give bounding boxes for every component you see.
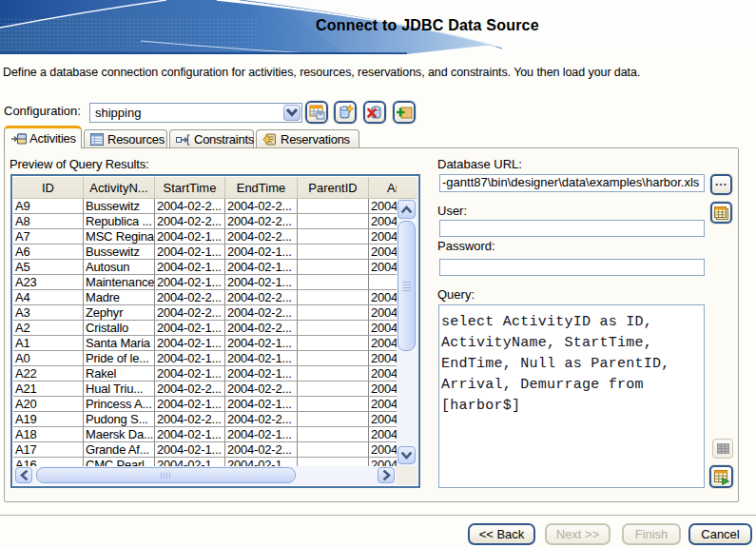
password-input[interactable] — [439, 259, 705, 276]
table-cell: 2004-02-... — [369, 351, 397, 366]
user-input[interactable] — [439, 220, 705, 237]
browse-button[interactable]: ... — [710, 174, 732, 195]
back-button[interactable]: << Back — [468, 523, 535, 545]
table-cell: 2004-02-2... — [225, 199, 298, 214]
vertical-scrollbar-thumb[interactable] — [397, 221, 416, 351]
user-label: User: — [437, 204, 467, 218]
table-row[interactable]: A0Pride of le...2004-02-1...2004-02-1...… — [13, 351, 397, 366]
new-configuration-button[interactable] — [334, 101, 357, 124]
table-cell: Bussewitz — [84, 199, 155, 214]
table-cell — [298, 290, 369, 305]
connect-table-button[interactable] — [710, 202, 732, 224]
table-cell: 2004-02-1... — [225, 397, 298, 412]
table-row[interactable]: A23Maintenance2004-02-1...2004-02-1... — [13, 275, 397, 290]
table-row[interactable]: A19Pudong S...2004-02-2...2004-02-2...20… — [13, 412, 397, 427]
table-cell: Maintenance — [84, 275, 155, 290]
table-cell — [298, 260, 369, 275]
table-cell: 2004-02-... — [369, 382, 397, 397]
table-row[interactable]: A3Zephyr2004-02-2...2004-02-2...2004-02-… — [13, 305, 397, 321]
scroll-up-button[interactable] — [397, 200, 416, 219]
chevron-left-icon — [19, 469, 29, 481]
table-cell — [298, 458, 369, 466]
tab-constraints[interactable]: Constraints — [169, 129, 254, 148]
table-cell: A7 — [13, 229, 84, 245]
tab-resources[interactable]: Resources — [84, 129, 167, 148]
table-row[interactable]: A1Santa Maria2004-02-1...2004-02-1...200… — [13, 336, 397, 351]
table-row[interactable]: A4Madre2004-02-2...2004-02-2...2004-02-.… — [13, 290, 397, 305]
run-query-button[interactable] — [709, 465, 733, 488]
constraint-link-icon — [176, 134, 190, 146]
tab-reservations[interactable]: Reservations — [256, 129, 359, 148]
table-cell: 2004-02-1... — [225, 336, 298, 351]
tab-constraints-label: Constraints — [194, 132, 254, 147]
add-configuration-button[interactable] — [393, 101, 416, 124]
preview-results-label: Preview of Query Results: — [10, 157, 149, 171]
save-table-config-button[interactable] — [305, 101, 328, 124]
table-cell — [369, 275, 397, 290]
table-cell: Pudong S... — [84, 412, 155, 427]
table-row[interactable]: A17Grande Af...2004-02-1...2004-02-2...2… — [13, 442, 397, 458]
table-cell — [298, 321, 369, 336]
query-textarea[interactable]: select ActivityID as ID, ActivityName, S… — [438, 304, 705, 488]
table-cell — [298, 199, 369, 214]
column-header-parentid[interactable]: ParentID — [298, 177, 369, 198]
vertical-scrollbar[interactable] — [397, 199, 417, 466]
table-row[interactable]: A8Republica ...2004-02-2...2004-02-2...2… — [13, 214, 397, 229]
table-row[interactable]: A22Rakel2004-02-1...2004-02-1...2004-02-… — [13, 366, 397, 382]
table-row[interactable]: A7MSC Regina2004-02-1...2004-02-2...2004… — [13, 229, 397, 245]
table-cell: Princess A... — [84, 397, 155, 412]
column-header-activityn[interactable]: ActivityN... — [84, 177, 155, 198]
combobox-dropdown-button[interactable] — [283, 105, 300, 121]
footer-separator — [0, 515, 756, 517]
table-row[interactable]: A16CMC Pearl...2004-02-1...2004-02-1...2… — [13, 458, 397, 466]
table-save-icon — [309, 105, 325, 120]
scroll-right-button[interactable] — [378, 467, 395, 483]
tab-reservations-label: Reservations — [281, 132, 350, 147]
activity-import-icon — [11, 133, 27, 145]
banner-title: Connect to JDBC Data Source — [316, 17, 539, 34]
table-cell: 2004-02-... — [369, 245, 397, 260]
table-row[interactable]: A6Bussewitz2004-02-1...2004-02-1...2004-… — [13, 245, 397, 260]
configuration-combobox[interactable]: shipping — [89, 103, 302, 123]
table-row[interactable]: A9Bussewitz2004-02-2...2004-02-2...2004-… — [13, 199, 397, 214]
database-url-value: -gantt87\bin\designer\data\examples\harb… — [442, 175, 699, 189]
cancel-button[interactable]: Cancel — [688, 523, 752, 545]
delete-configuration-button[interactable] — [363, 101, 386, 124]
table-cell: A3 — [13, 305, 84, 321]
table-cell: 2004-02-1... — [225, 458, 298, 466]
table-row[interactable]: A21Hual Triu...2004-02-2...2004-02-2...2… — [13, 382, 397, 397]
table-cell: 2004-02-... — [369, 305, 397, 321]
table-cell — [298, 382, 369, 397]
resource-table-icon — [90, 133, 104, 146]
table-cell — [298, 305, 369, 321]
table-row[interactable]: A5Autosun2004-02-1...2004-02-1...2004-02… — [13, 260, 397, 275]
column-header-id[interactable]: ID — [13, 177, 84, 198]
scroll-left-button[interactable] — [15, 467, 32, 483]
table-cell — [298, 427, 369, 442]
table-row[interactable]: A18Maersk Da...2004-02-1...2004-02-1...2… — [13, 427, 397, 442]
next-button[interactable]: Next >> — [545, 523, 611, 545]
table-row[interactable]: A2Cristallo2004-02-1...2004-02-2...2004-… — [13, 321, 397, 336]
scroll-down-button[interactable] — [397, 446, 416, 464]
password-label: Password: — [437, 239, 495, 253]
database-url-input[interactable]: -gantt87\bin\designer\data\examples\harb… — [439, 174, 705, 192]
horizontal-scrollbar[interactable] — [13, 466, 397, 485]
table-cell: 2004-02-2... — [155, 199, 225, 214]
horizontal-scrollbar-thumb[interactable] — [36, 467, 296, 483]
tab-activities[interactable]: Activities — [4, 126, 82, 148]
table-row[interactable]: A20Princess A...2004-02-1...2004-02-1...… — [13, 397, 397, 412]
table-cell: A6 — [13, 245, 84, 260]
table-cell: 2004-02-2... — [225, 290, 298, 305]
finish-button[interactable]: Finish — [622, 523, 681, 545]
column-header-arrival[interactable]: Arrival — [369, 177, 397, 198]
table-cell: Cristallo — [84, 321, 155, 336]
column-header-starttime[interactable]: StartTime — [155, 177, 225, 198]
table-cell: A4 — [13, 290, 84, 305]
table-cell: 2004-02-... — [369, 229, 397, 245]
column-header-endtime[interactable]: EndTime — [225, 177, 298, 198]
table-cell: Republica ... — [84, 214, 155, 229]
table-cell: Autosun — [84, 260, 155, 275]
table-cell: 2004-02-2... — [155, 214, 225, 229]
preview-grid-button-disabled — [712, 439, 733, 459]
table-cell: 2004-02-1... — [225, 351, 298, 366]
